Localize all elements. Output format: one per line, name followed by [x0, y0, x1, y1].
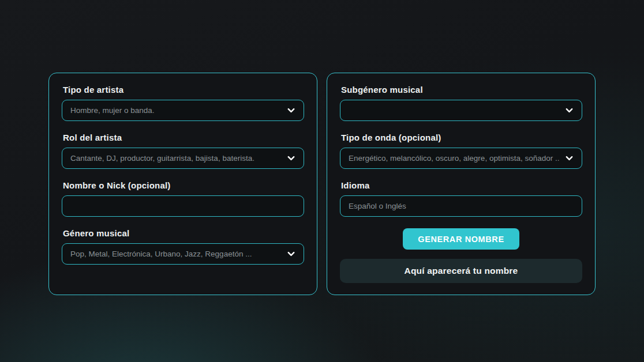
- language-label: Idioma: [341, 180, 582, 190]
- generate-name-button[interactable]: GENERAR NOMBRE: [403, 228, 519, 250]
- subgenre-group: Subgénero musical: [340, 85, 582, 121]
- artist-role-label: Rol del artista: [63, 133, 304, 142]
- genre-placeholder: Pop, Metal, Electrónica, Urbano, Jazz, R…: [70, 250, 282, 258]
- generate-button-row: GENERAR NOMBRE: [340, 228, 582, 250]
- artist-type-select[interactable]: Hombre, mujer o banda.: [62, 100, 304, 121]
- artist-role-group: Rol del artista Cantante, DJ, productor,…: [62, 133, 304, 169]
- language-input[interactable]: [340, 195, 582, 217]
- genre-group: Género musical Pop, Metal, Electrónica, …: [62, 228, 304, 265]
- nickname-input[interactable]: [62, 195, 304, 217]
- subgenre-label: Subgénero musical: [341, 85, 582, 95]
- genre-select[interactable]: Pop, Metal, Electrónica, Urbano, Jazz, R…: [62, 243, 304, 265]
- artist-form-panel: Tipo de artista Hombre, mujer o banda. R…: [48, 73, 317, 295]
- chevron-down-icon: [286, 106, 295, 115]
- chevron-down-icon: [564, 106, 574, 115]
- nickname-label: Nombre o Nick (opcional): [63, 180, 304, 190]
- vibe-select[interactable]: Energético, melancólico, oscuro, alegre,…: [340, 148, 582, 169]
- chevron-down-icon: [564, 154, 574, 163]
- language-group: Idioma: [340, 180, 582, 217]
- vibe-label: Tipo de onda (opcional): [341, 133, 582, 142]
- nickname-group: Nombre o Nick (opcional): [62, 180, 304, 217]
- artist-role-placeholder: Cantante, DJ, productor, guitarrista, ba…: [70, 154, 282, 163]
- result-display: Aquí aparecerá tu nombre: [340, 259, 582, 283]
- chevron-down-icon: [286, 154, 295, 163]
- genre-label: Género musical: [63, 228, 304, 238]
- vibe-placeholder: Energético, melancólico, oscuro, alegre,…: [349, 154, 560, 163]
- artist-type-placeholder: Hombre, mujer o banda.: [70, 106, 282, 115]
- generator-panel: Subgénero musical Tipo de onda (opcional…: [327, 73, 596, 295]
- artist-type-label: Tipo de artista: [63, 85, 304, 95]
- vibe-group: Tipo de onda (opcional) Energético, mela…: [340, 133, 582, 169]
- subgenre-select[interactable]: [340, 100, 582, 121]
- artist-role-select[interactable]: Cantante, DJ, productor, guitarrista, ba…: [62, 148, 304, 169]
- chevron-down-icon: [286, 250, 295, 259]
- artist-type-group: Tipo de artista Hombre, mujer o banda.: [62, 85, 304, 121]
